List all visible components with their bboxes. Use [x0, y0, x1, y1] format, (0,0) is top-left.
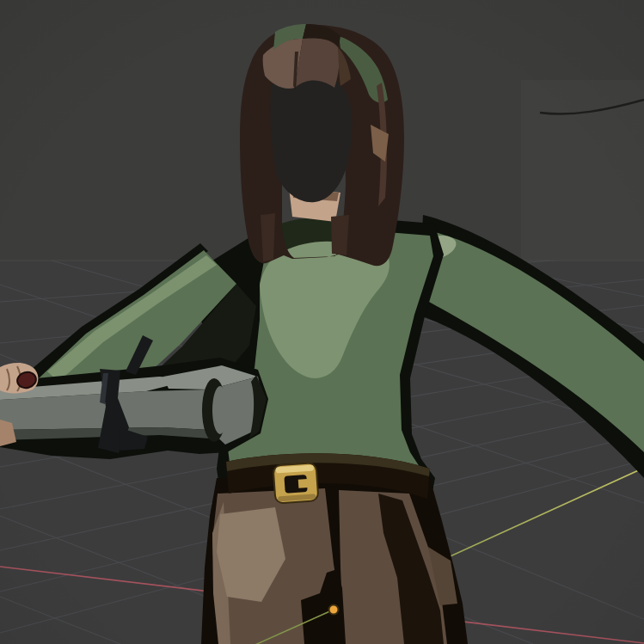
render-surface[interactable]	[0, 0, 644, 644]
viewport-canvas[interactable]	[0, 0, 644, 644]
vignette-overlay	[0, 0, 644, 644]
